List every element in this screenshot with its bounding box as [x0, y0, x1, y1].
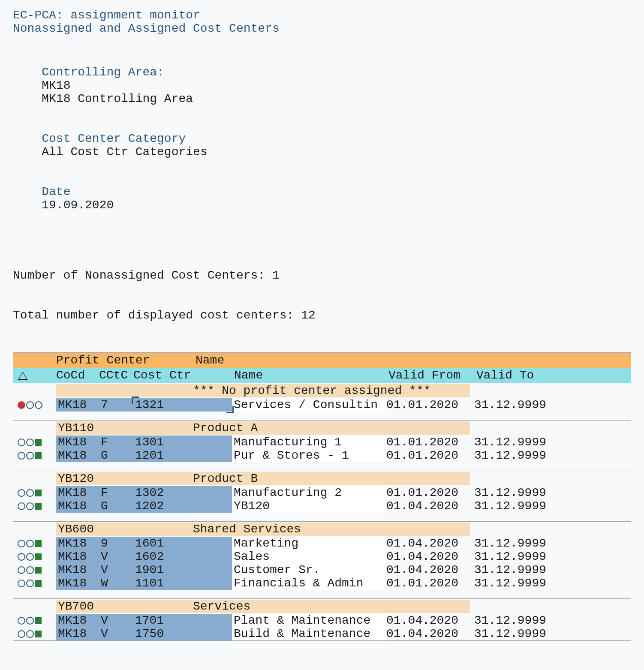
cost-ctr-cell: 1321	[133, 398, 232, 412]
status-green-icon	[35, 580, 42, 587]
valid-from-cell: 01.04.2020	[386, 627, 474, 640]
cc-name-cell: Manufacturing 1	[232, 436, 386, 449]
cocd-cell: MK18	[56, 563, 99, 577]
nonassigned-count: Number of Nonassigned Cost Centers: 1	[13, 269, 631, 282]
status-circle-icon	[18, 630, 25, 638]
valid-to-cell: 31.12.9999	[474, 398, 556, 412]
cost-center-row[interactable]: MK1871321Services / Consultin01.01.20203…	[13, 398, 631, 412]
valid-to-cell: 31.12.9999	[474, 614, 556, 627]
profit-center-name: *** No profit center assigned ***	[191, 384, 470, 397]
cost-ctr-cell: 1302	[133, 486, 232, 499]
cost-ctr-cell: 1202	[133, 499, 232, 513]
status-circle-icon	[26, 630, 34, 638]
controlling-area-desc: MK18 Controlling Area	[42, 92, 193, 105]
cc-name-cell: Build & Maintenance	[232, 627, 386, 640]
cost-center-row[interactable]: MK18V1602Sales01.04.202031.12.9999	[13, 550, 631, 563]
profit-center-name: Product B	[191, 472, 470, 485]
cost-center-row[interactable]: MK18V1701Plant & Maintenance01.04.202031…	[13, 614, 631, 627]
status-circle-icon	[26, 617, 34, 625]
status-circle-icon	[35, 401, 42, 409]
cocd-cell: MK18	[56, 499, 99, 513]
profit-center-name: Product A	[191, 421, 470, 435]
col-valid-to[interactable]: Valid To	[476, 369, 558, 382]
col-cocd[interactable]: CoCd	[56, 369, 99, 382]
status-green-icon	[35, 439, 42, 446]
cost-ctr-cell: 1201	[133, 449, 232, 462]
status-cell	[18, 452, 56, 460]
col-warning[interactable]	[18, 371, 56, 380]
status-circle-icon	[26, 502, 34, 510]
cost-center-row[interactable]: MK18G1202YB12001.04.202031.12.9999	[13, 499, 631, 513]
status-cell	[18, 580, 56, 587]
status-circle-icon	[18, 439, 25, 446]
status-circle-icon	[18, 540, 25, 547]
valid-to-cell: 31.12.9999	[474, 563, 556, 577]
cost-center-row[interactable]: MK18F1301Manufacturing 101.01.202031.12.…	[13, 436, 631, 449]
header-row-cost-center: CoCd CCtC Cost Ctr Name Valid From Valid…	[13, 368, 631, 383]
cocd-cell: MK18	[56, 577, 99, 590]
cocd-cell: MK18	[56, 449, 99, 462]
status-green-icon	[35, 540, 42, 547]
col-cost-ctr[interactable]: Cost Ctr	[133, 369, 234, 382]
cost-ctr-cell: 1901	[133, 563, 232, 577]
status-green-icon	[35, 452, 42, 459]
cctc-cell: 9	[99, 537, 133, 550]
page-title: EC-PCA: assignment monitor	[13, 9, 631, 22]
cc-name-cell: YB120	[232, 499, 386, 513]
cc-name-cell: Marketing	[232, 537, 386, 550]
status-circle-icon	[26, 439, 34, 446]
valid-from-cell: 01.01.2020	[386, 436, 474, 449]
valid-to-cell: 31.12.9999	[474, 550, 556, 563]
status-cell	[18, 502, 56, 510]
status-circle-icon	[26, 540, 34, 547]
col-profit-center[interactable]: Profit Center	[56, 354, 196, 367]
cctc-cell: F	[99, 436, 133, 449]
cost-center-row[interactable]: MK18V1901Customer Sr.01.04.202031.12.999…	[13, 563, 631, 577]
profit-center-row[interactable]: YB120Product B	[13, 471, 631, 486]
cc-name-cell: Services / Consultin	[232, 398, 386, 412]
cocd-cell: MK18	[56, 550, 99, 563]
header-row-profit-center: Profit Center Name	[13, 353, 631, 368]
valid-from-cell: 01.01.2020	[386, 398, 474, 412]
status-circle-icon	[18, 452, 25, 460]
profit-center-row[interactable]: YB110Product A	[13, 420, 631, 436]
cctc-cell: V	[99, 627, 133, 640]
cost-center-row[interactable]: MK18G1201Pur & Stores - 101.01.202031.12…	[13, 449, 631, 462]
status-cell	[18, 630, 56, 638]
profit-center-row[interactable]: YB700Services	[13, 598, 631, 614]
status-cell	[18, 566, 56, 574]
status-circle-icon	[18, 617, 25, 625]
status-circle-icon	[26, 401, 34, 409]
status-circle-icon	[18, 566, 25, 574]
cocd-cell: MK18	[56, 537, 99, 550]
status-green-icon	[35, 553, 42, 560]
profit-center-row[interactable]: YB600Shared Services	[13, 521, 631, 537]
cocd-cell: MK18	[56, 627, 99, 640]
profit-center-row[interactable]: *** No profit center assigned ***	[13, 383, 631, 398]
status-cell	[18, 617, 56, 625]
col-cctc[interactable]: CCtC	[99, 369, 133, 382]
valid-from-cell: 01.01.2020	[386, 486, 474, 499]
col-cc-name[interactable]: Name	[234, 369, 388, 382]
cost-center-cat-value: All Cost Ctr Categories	[42, 145, 207, 159]
status-circle-icon	[26, 489, 34, 497]
warning-triangle-icon	[18, 371, 28, 380]
cocd-cell: MK18	[56, 614, 99, 627]
valid-from-cell: 01.01.2020	[386, 577, 474, 590]
col-valid-from[interactable]: Valid From	[388, 369, 476, 382]
displayed-count: Total number of displayed cost centers: …	[13, 309, 631, 322]
cost-center-row[interactable]: MK18W1101Financials & Admin01.01.202031.…	[13, 577, 631, 590]
status-circle-icon	[18, 580, 25, 587]
cc-name-cell: Plant & Maintenance	[232, 614, 386, 627]
status-green-icon	[35, 567, 42, 574]
cost-center-row[interactable]: MK18V1750Build & Maintenance01.04.202031…	[13, 627, 631, 640]
cost-ctr-cell: 1301	[133, 436, 232, 449]
cost-center-row[interactable]: MK18F1302Manufacturing 201.01.202031.12.…	[13, 486, 631, 499]
cost-center-row[interactable]: MK1891601Marketing01.04.202031.12.9999	[13, 537, 631, 550]
col-pc-name[interactable]: Name	[196, 354, 558, 367]
table-body: *** No profit center assigned ***MK18713…	[13, 383, 631, 640]
date-value: 19.09.2020	[42, 198, 114, 212]
valid-to-cell: 31.12.9999	[474, 499, 556, 513]
cctc-cell: G	[99, 449, 133, 462]
status-green-icon	[35, 490, 42, 496]
